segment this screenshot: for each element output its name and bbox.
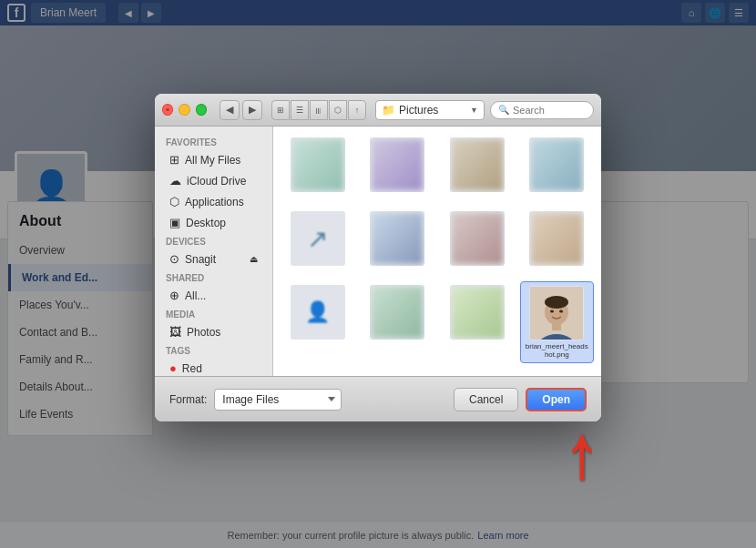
grid-view-button[interactable]: ⊞ [271,100,290,120]
file-name-8 [555,269,558,272]
photos-icon: 🖼 [169,325,181,339]
file-picker-dialog: × ◀ ▶ ⊞ ☰ ⫼ ⬡ ↑ 📁 Pictures ▼ 🔍 Favorites [155,94,601,421]
column-view-button[interactable]: ⫼ [310,100,328,120]
dialog-body: Favorites ⊞ All My Files ☁ iCloud Drive … [155,127,601,376]
desktop-label: Desktop [186,217,226,229]
file-name-6 [395,269,399,272]
dialog-toolbar: × ◀ ▶ ⊞ ☰ ⫼ ⬡ ↑ 📁 Pictures ▼ 🔍 [155,94,601,127]
sidebar-desktop[interactable]: ▣ Desktop [158,212,269,233]
dialog-minimize-button[interactable] [179,104,189,116]
headshot-file-name: brian_meert_headshot.png [525,342,588,359]
file-thumb-3 [450,137,505,192]
eject-icon[interactable]: ⏏ [250,254,258,264]
tags-title: Tags [155,342,272,358]
search-bar[interactable]: 🔍 [490,101,594,119]
red-tag-icon: ● [169,361,177,375]
file-name-2 [395,195,399,198]
sidebar-snagit[interactable]: ⊙ Snagit ⏏ [158,249,269,269]
file-item-3[interactable] [440,134,515,202]
file-name-11 [475,342,479,346]
file-item-1[interactable] [281,134,355,202]
desktop-icon: ▣ [169,216,180,229]
red-tag-label: Red [182,362,202,375]
format-section: Format: Image Files All Files PNG JPEG G… [169,389,342,411]
all-files-label: All My Files [185,154,240,167]
applications-icon: ⬡ [169,195,179,208]
dialog-footer: Format: Image Files All Files PNG JPEG G… [155,376,601,421]
icloud-icon: ☁ [169,174,181,188]
sidebar-applications[interactable]: ⬡ Applications [158,191,269,212]
all-files-icon: ⊞ [169,153,179,167]
file-thumb-10 [370,285,424,340]
file-name-1 [316,195,320,198]
dialog-buttons: Cancel Open [454,388,587,411]
file-name-3 [475,195,479,198]
sidebar-photos[interactable]: 🖼 Photos [158,321,269,342]
open-button[interactable]: Open [526,388,587,411]
file-item-5[interactable]: ↗ [281,208,355,276]
file-grid: ↗ [273,127,601,376]
dialog-nav: ◀ ▶ [220,100,262,120]
file-thumb-5: ↗ [291,211,345,266]
format-select[interactable]: Image Files All Files PNG JPEG GIF [214,389,342,411]
svg-point-4 [545,296,568,309]
folder-icon: 📁 [382,104,395,117]
location-bar[interactable]: 📁 Pictures ▼ [375,100,485,120]
file-thumb-9: 👤 [291,285,345,340]
dialog-maximize-button[interactable] [196,104,207,116]
sidebar-all-my-files[interactable]: ⊞ All My Files [158,149,269,170]
file-thumb-7 [450,211,505,266]
sidebar-red-tag[interactable]: ● Red [158,358,269,376]
media-title: Media [155,306,272,321]
icloud-label: iCloud Drive [187,175,246,188]
favorites-title: Favorites [155,134,272,149]
file-item-2[interactable] [361,134,435,202]
list-view-button[interactable]: ☰ [291,100,309,120]
svg-point-6 [559,310,563,313]
file-thumb-headshot [529,286,584,340]
file-name-5 [316,269,320,272]
dialog-forward-button[interactable]: ▶ [242,100,262,120]
dialog-back-button[interactable]: ◀ [220,100,240,120]
file-thumb-8 [529,211,584,266]
file-name-10 [395,342,399,346]
dialog-close-button[interactable]: × [162,104,173,116]
photos-label: Photos [187,326,220,339]
file-thumb-6 [370,211,424,266]
file-name-4 [555,195,558,198]
file-item-6[interactable] [361,208,435,276]
current-location: Pictures [399,104,438,117]
file-item-7[interactable] [440,208,515,276]
file-name-9 [316,342,320,346]
file-item-9[interactable]: 👤 [281,281,355,363]
search-input[interactable] [513,105,586,116]
shared-title: Shared [155,269,272,285]
sidebar-icloud-drive[interactable]: ☁ iCloud Drive [158,170,269,191]
file-item-4[interactable] [520,134,595,202]
format-label: Format: [169,393,207,406]
file-item-8[interactable] [520,208,595,276]
view-buttons: ⊞ ☰ ⫼ ⬡ ↑ [271,100,366,120]
file-thumb-2 [370,137,424,192]
shared-label: All... [185,289,206,302]
coverflow-button[interactable]: ⬡ [329,100,347,120]
file-thumb-4 [529,137,584,192]
dialog-sidebar: Favorites ⊞ All My Files ☁ iCloud Drive … [155,127,273,376]
share-button[interactable]: ↑ [348,100,366,120]
file-name-7 [475,269,479,272]
file-item-11[interactable] [440,281,515,363]
search-icon: 🔍 [498,105,509,115]
snagit-icon: ⊙ [169,252,179,266]
svg-point-5 [550,310,554,313]
file-item-10[interactable] [361,281,435,363]
file-item-headshot[interactable]: brian_meert_headshot.png [520,281,595,363]
location-dropdown-icon: ▼ [470,106,478,115]
cancel-button[interactable]: Cancel [454,388,518,411]
snagit-label: Snagit [185,253,216,266]
devices-title: Devices [155,233,272,249]
file-thumb-11 [450,285,505,340]
shared-icon: ⊕ [169,289,179,302]
applications-label: Applications [185,196,244,208]
sidebar-shared-all[interactable]: ⊕ All... [158,285,269,306]
file-thumb-1 [291,137,345,192]
